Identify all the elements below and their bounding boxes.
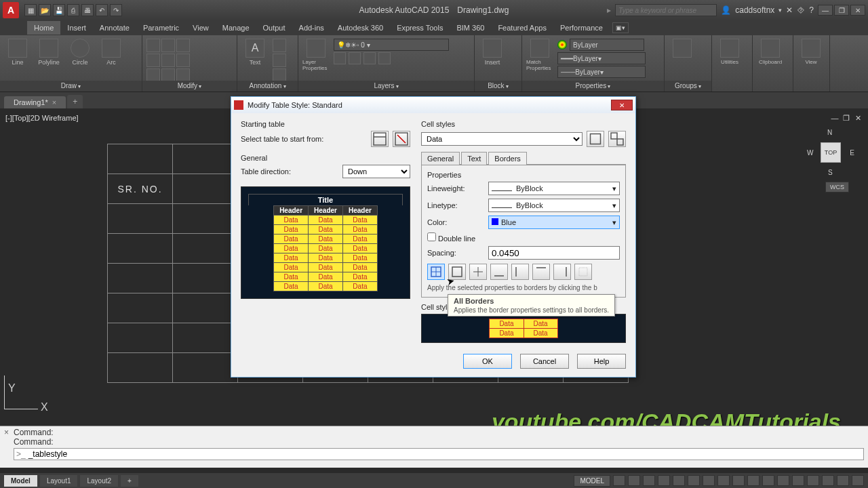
help-button[interactable]: Help [577, 354, 626, 369]
layer-selector[interactable]: 💡❄☀▫ 0 ▾ [334, 39, 449, 51]
groups-tool[interactable] [669, 39, 696, 58]
user-label[interactable]: caddsoftnx [735, 5, 774, 15]
status-annoscale-icon[interactable] [777, 475, 789, 486]
app-icon[interactable]: A [3, 2, 19, 18]
ok-button[interactable]: OK [463, 354, 512, 369]
viewport-label[interactable]: [-][Top][2D Wireframe] [5, 114, 79, 122]
linetype-selector[interactable]: ─── ByLayer ▾ [557, 66, 646, 78]
tab-featuredapps[interactable]: Featured Apps [491, 21, 553, 35]
close-icon[interactable]: × [52, 98, 56, 106]
modify-tools[interactable] [146, 39, 190, 82]
insert-block-tool[interactable]: Insert [479, 39, 506, 66]
color-selector[interactable]: ByLayer [570, 39, 644, 51]
restore-button[interactable]: ❐ [834, 5, 849, 16]
tab-output[interactable]: Output [256, 21, 292, 35]
layout-1[interactable]: Layout1 [40, 475, 78, 487]
tab-cell-text[interactable]: Text [461, 152, 487, 165]
lineweight-selector[interactable]: ━━━ ByLayer ▾ [557, 52, 646, 64]
view-tool[interactable]: View [797, 39, 825, 65]
left-border-button[interactable] [511, 264, 529, 280]
top-border-button[interactable] [532, 264, 550, 280]
document-tab[interactable]: Drawing1*× [4, 96, 66, 108]
help-search-input[interactable] [615, 4, 717, 16]
table-direction-select[interactable]: Down [342, 165, 410, 178]
status-model-button[interactable]: MODEL [574, 475, 610, 487]
layer-properties-tool[interactable]: Layer Properties [302, 39, 330, 71]
open-icon[interactable]: 📂 [39, 4, 51, 16]
color-select[interactable]: Blue▾ [488, 216, 620, 229]
tab-insert[interactable]: Insert [60, 21, 93, 35]
doc-restore[interactable]: ❐ [842, 114, 851, 123]
signin-icon[interactable]: 👤 [721, 5, 731, 15]
clipboard-tool[interactable]: Clipboard [757, 39, 784, 65]
status-otrack-icon[interactable] [703, 475, 715, 486]
layout-model[interactable]: Model [4, 475, 37, 487]
status-iso-icon[interactable] [822, 475, 834, 486]
status-osnap-icon[interactable] [673, 475, 685, 486]
status-lwt-icon[interactable] [717, 475, 730, 486]
new-cell-style-button[interactable] [587, 131, 604, 147]
tab-expander[interactable]: ▣▾ [612, 22, 629, 33]
manage-cell-style-button[interactable] [608, 131, 626, 147]
tab-expresstools[interactable]: Express Tools [390, 21, 450, 35]
close-button[interactable]: ✕ [850, 5, 865, 16]
panel-block[interactable]: Block [475, 81, 521, 92]
dialog-close-button[interactable]: ✕ [611, 100, 633, 110]
lineweight-select[interactable]: ByBlock▾ [488, 182, 620, 195]
spacing-input[interactable] [488, 246, 620, 260]
help-icon[interactable]: ? [809, 5, 814, 15]
tab-home[interactable]: Home [27, 21, 60, 35]
tab-cell-general[interactable]: General [421, 152, 460, 165]
utilities-tool[interactable]: Utilities [716, 39, 743, 65]
no-borders-button[interactable] [574, 264, 592, 280]
dialog-titlebar[interactable]: Modify Table Style: Standard ✕ [231, 97, 635, 113]
bottom-border-button[interactable] [490, 264, 508, 280]
save-icon[interactable]: 💾 [53, 4, 65, 16]
view-cube[interactable]: N S E W TOP [807, 129, 854, 176]
doc-close[interactable]: ✕ [853, 114, 863, 123]
exchange-icon[interactable]: ✕ [786, 5, 793, 15]
panel-groups[interactable]: Groups [665, 81, 711, 92]
panel-properties[interactable]: Properties [522, 81, 664, 92]
command-line-area[interactable]: × Command: Command: >_ _tablestyle [0, 426, 868, 468]
all-borders-button[interactable] [427, 264, 445, 280]
linetype-select[interactable]: ByBlock▾ [488, 199, 620, 212]
tab-performance[interactable]: Performance [553, 21, 610, 35]
minimize-button[interactable]: — [818, 5, 833, 16]
text-tool[interactable]: AText [241, 39, 269, 66]
plot-icon[interactable]: 🖶 [81, 4, 94, 16]
circle-tool[interactable]: Circle [66, 39, 94, 66]
status-polar-icon[interactable] [658, 475, 670, 486]
status-grid-icon[interactable] [613, 475, 625, 486]
status-hw-icon[interactable] [807, 475, 819, 486]
panel-draw[interactable]: Draw [0, 81, 142, 92]
layout-2[interactable]: Layout2 [80, 475, 118, 487]
tab-cell-borders[interactable]: Borders [488, 152, 527, 165]
saveas-icon[interactable]: ⎙ [67, 4, 79, 16]
wcs-button[interactable]: WCS [825, 182, 849, 192]
tab-bim360[interactable]: BIM 360 [450, 21, 491, 35]
tab-annotate[interactable]: Annotate [93, 21, 136, 35]
right-border-button[interactable] [553, 264, 571, 280]
tab-parametric[interactable]: Parametric [136, 21, 186, 35]
doc-minimize[interactable]: — [830, 114, 840, 123]
panel-annotation[interactable]: Annotation [237, 81, 298, 92]
new-tab-button[interactable]: + [67, 95, 83, 108]
status-ortho-icon[interactable] [643, 475, 655, 486]
redo-icon[interactable]: ↷ [110, 4, 122, 16]
undo-icon[interactable]: ↶ [96, 4, 108, 16]
cancel-button[interactable]: Cancel [520, 354, 569, 369]
line-tool[interactable]: Line [4, 39, 31, 66]
status-3dosnap-icon[interactable] [688, 475, 700, 486]
cell-style-select[interactable]: Data [421, 132, 583, 146]
command-input[interactable]: >_ _tablestyle [14, 448, 864, 460]
connect-icon[interactable]: ⯑ [797, 5, 805, 15]
status-custom-icon[interactable] [852, 475, 864, 486]
status-ws-icon[interactable] [792, 475, 804, 486]
double-line-checkbox[interactable] [427, 232, 436, 241]
tab-autodesk360[interactable]: Autodesk 360 [331, 21, 390, 35]
status-transparency-icon[interactable] [732, 475, 745, 486]
new-icon[interactable]: ▦ [24, 4, 37, 16]
status-snap-icon[interactable] [628, 475, 640, 486]
panel-modify[interactable]: Modify [142, 81, 237, 92]
